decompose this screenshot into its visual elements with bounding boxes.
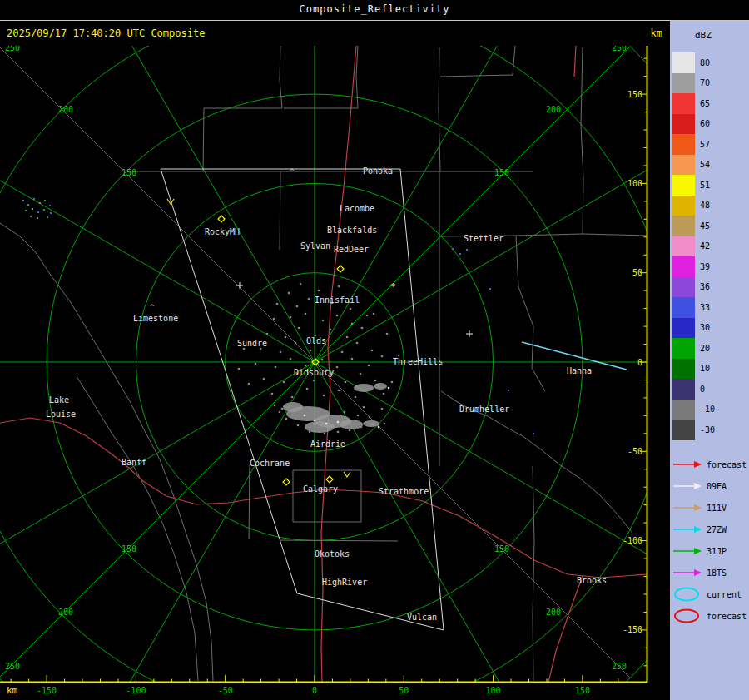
echo-dot [281, 408, 284, 410]
city-label: Innisfail [315, 295, 360, 305]
colorbar-value: 33 [700, 303, 710, 312]
echo-dot [285, 336, 287, 339]
legend: forecast09EA111V27ZW31JP18TScurrentforec… [672, 454, 749, 627]
echo-dot [386, 333, 389, 335]
clutter-speckle [27, 204, 29, 206]
county-boundary [581, 47, 583, 234]
highway-line [574, 46, 576, 77]
ring-distance-label: 200 [546, 608, 561, 617]
colorbar-chip [672, 338, 695, 359]
county-boundary [0, 223, 70, 301]
plus-marker-icon [236, 282, 243, 289]
city-label: Drumheller [459, 405, 509, 414]
echo-bright-dot [314, 420, 316, 422]
echo-bright-dot [337, 421, 340, 424]
echo-patch [283, 402, 303, 412]
radar-site-diamond-icon [337, 266, 344, 272]
colorbar-entry: 57 [672, 134, 715, 155]
colorbar-entry: 42 [672, 236, 715, 257]
colorbar-chip [672, 175, 695, 196]
colorbar-value: 36 [700, 282, 710, 291]
colorbar-chip [672, 93, 695, 114]
echo-dot [305, 313, 307, 315]
city-label: Cochrane [250, 459, 290, 468]
county-boundary [284, 46, 358, 108]
echo-dot [290, 316, 292, 319]
legend-arrow-icon [672, 546, 702, 556]
legend-item: current [672, 583, 749, 605]
echo-dot [351, 358, 354, 360]
ring-distance-label: 200 [58, 105, 73, 114]
azimuth-line [0, 139, 315, 362]
ring-distance-label: 150 [494, 544, 509, 554]
legend-item: 18TS [672, 562, 749, 583]
echo-bright-dot [325, 423, 328, 425]
echo-dot [295, 342, 297, 345]
lake-dot [466, 249, 468, 251]
echo-dot [310, 350, 312, 352]
city-label: Banff [122, 458, 146, 467]
colorbar-value: 65 [700, 99, 710, 108]
echo-dot [357, 415, 360, 417]
echo-dot [291, 396, 294, 399]
legend-item: 31JP [672, 540, 749, 562]
colorbar-value: 54 [700, 160, 710, 169]
lake-dot [508, 390, 509, 391]
echo-dot [306, 388, 309, 390]
city-label: Louise [46, 410, 76, 419]
colorbar-chip [672, 420, 695, 440]
colorbar-chip [672, 236, 695, 257]
radar-app-window: Composite_Reflectivity 2025/09/17 17:40:… [0, 0, 749, 700]
colorbar-entry: 51 [672, 175, 715, 196]
bottom-axis-tick-label: 0 [312, 686, 317, 695]
city-label: Sundre [237, 339, 267, 348]
bottom-axis-tick-label: -50 [218, 686, 233, 695]
city-label: Calgary [303, 484, 338, 494]
caret-marker-icon: ^ [290, 167, 295, 176]
star-marker-icon: * [390, 281, 396, 292]
city-label: Okotoks [315, 549, 350, 559]
colorbar-value: 45 [700, 221, 710, 231]
colorbar-chip [672, 114, 695, 135]
echo-dot [355, 396, 357, 399]
echo-dot [321, 359, 324, 361]
county-boundary [203, 46, 282, 171]
right-axis-tick-label: -50 [627, 447, 642, 456]
county-boundary [533, 466, 534, 681]
clutter-speckle [37, 217, 38, 219]
legend-label: 31JP [707, 547, 727, 556]
colorbar-value: -10 [700, 405, 715, 414]
echo-dot [313, 380, 315, 382]
right-axis-tick-label: 0 [637, 358, 642, 367]
colorbar-value: 20 [700, 344, 710, 353]
city-label: RockyMH [205, 227, 240, 236]
clutter-speckle [44, 200, 46, 201]
colorbar-chip [672, 256, 695, 277]
echo-dot [346, 336, 349, 339]
echo-dot [238, 368, 241, 370]
echo-patch [340, 420, 363, 429]
legend-label: 111V [707, 504, 727, 513]
echo-dot [296, 305, 299, 308]
colorbar-value: 42 [700, 241, 710, 251]
echo-dot [300, 283, 302, 285]
radar-map[interactable]: 150200250150200250150200250150200250Pono… [0, 0, 649, 700]
colorbar-chip [672, 400, 695, 420]
echo-bright-dot [378, 426, 380, 429]
echo-dot [330, 329, 332, 331]
colorbar-entry: -30 [672, 420, 715, 440]
radar-site-diamond-icon [283, 479, 290, 485]
legend-item: 27ZW [672, 519, 749, 540]
city-label: Airdrie [310, 439, 345, 449]
clutter-speckle [43, 209, 45, 211]
legend-sidebar: dBZ 807065605754514845423936333020100-10… [670, 21, 749, 700]
colorbar-chip [672, 196, 695, 216]
highway-line [384, 493, 647, 578]
echo-dot [273, 318, 275, 320]
colorbar-entry: 39 [672, 256, 715, 277]
bottom-axis-tick-label: -100 [126, 686, 146, 695]
echo-dot [298, 327, 300, 330]
colorbar-entry: 33 [672, 297, 715, 318]
azimuth-line [315, 362, 649, 585]
colorbar-value: 30 [700, 323, 710, 332]
